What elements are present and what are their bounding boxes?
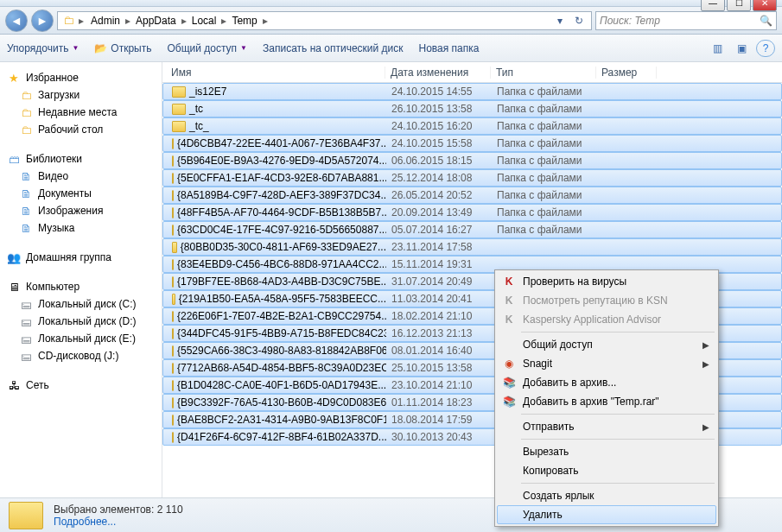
file-row[interactable]: _tc_24.10.2015 16:20Папка с файлами: [162, 117, 782, 135]
open-button[interactable]: 📂Открыть: [94, 42, 151, 54]
folder-icon: [172, 294, 175, 305]
breadcrumb-item[interactable]: Admin: [87, 14, 124, 28]
folder-icon: [172, 259, 174, 270]
sidebar-homegroup[interactable]: 👥Домашняя группа: [3, 249, 158, 266]
folder-icon: [172, 397, 174, 408]
drive-ic-icon: 🖴: [19, 314, 33, 328]
context-item[interactable]: Общий доступ▶: [497, 335, 716, 354]
refresh-icon[interactable]: ↻: [570, 12, 588, 29]
folder-icon: [172, 380, 174, 391]
column-header: Имя Дата изменения Тип Размер: [162, 62, 782, 83]
submenu-arrow-icon: ▶: [703, 422, 709, 432]
status-selection: Выбрано элементов: 2 110: [54, 504, 183, 516]
breadcrumb-item[interactable]: Local: [188, 14, 220, 28]
search-placeholder: Поиск: Temp: [600, 15, 660, 27]
address-bar[interactable]: 🗀 ▸ Admin▸AppData▸Local▸Temp▸ ▾ ↻: [57, 11, 592, 30]
sidebar-library-item[interactable]: 🗎Изображения: [3, 202, 158, 219]
rar-icon: 📚: [502, 395, 516, 408]
sidebar-computer-head[interactable]: 🖥Компьютер: [3, 278, 158, 295]
help-icon[interactable]: ?: [756, 40, 775, 57]
context-item: KKaspersky Application Advisor: [497, 310, 716, 329]
chevron-right-icon[interactable]: ▸: [261, 15, 270, 27]
share-button[interactable]: Общий доступ ▼: [167, 42, 247, 54]
sidebar-library-item[interactable]: 🗎Видео: [3, 168, 158, 185]
context-item[interactable]: Отправить▶: [497, 417, 716, 436]
chevron-right-icon[interactable]: ▸: [180, 15, 188, 27]
breadcrumb-item[interactable]: Temp: [228, 14, 260, 28]
sidebar-favorites-head[interactable]: ★Избранное: [3, 69, 158, 86]
folder-icon: [172, 415, 174, 426]
context-item[interactable]: KПроверить на вирусы: [497, 272, 716, 291]
col-type[interactable]: Тип: [491, 66, 596, 79]
breadcrumb-item[interactable]: AppData: [132, 14, 180, 28]
context-item[interactable]: 📚Добавить в архив "Temp.rar": [497, 392, 716, 411]
folder-ic-icon: 🗀: [19, 88, 33, 102]
col-date[interactable]: Дата изменения: [385, 66, 491, 79]
file-row[interactable]: {4D6CBB47-22EE-4401-A067-7E36BA4F37...24…: [162, 135, 782, 152]
context-item[interactable]: Вырезать: [497, 442, 716, 461]
folder-icon: [172, 345, 174, 357]
file-row[interactable]: {48FF4B5A-AF70-4464-9CDF-B5B138B5B7...20…: [162, 204, 782, 221]
back-button[interactable]: ◄: [5, 10, 28, 32]
nav-bar: ◄ ► 🗀 ▸ Admin▸AppData▸Local▸Temp▸ ▾ ↻ По…: [0, 7, 782, 35]
sidebar-libraries-head[interactable]: 🗃Библиотеки: [3, 150, 158, 168]
sidebar-favorite-item[interactable]: 🗀Недавние места: [3, 104, 158, 121]
folder-icon: [172, 104, 186, 115]
file-row[interactable]: _is12E724.10.2015 14:55Папка с файлами: [162, 83, 782, 100]
preview-pane-icon[interactable]: ▣: [732, 40, 751, 57]
sidebar-network[interactable]: 🖧Сеть: [3, 377, 158, 394]
sidebar-library-item[interactable]: 🗎Документы: [3, 185, 158, 202]
lib-ic-icon: 🗎: [19, 169, 33, 183]
sidebar: ★Избранное 🗀Загрузки🗀Недавние места🗀Рабо…: [0, 62, 162, 497]
sidebar-drive-item[interactable]: 🖴Локальный диск (D:): [3, 313, 158, 330]
network-icon: 🖧: [7, 378, 21, 392]
k-grey-icon: K: [502, 313, 516, 326]
chevron-right-icon[interactable]: ▸: [124, 15, 132, 27]
sidebar-library-item[interactable]: 🗎Музыка: [3, 219, 158, 237]
drive-ic-icon: 🖴: [19, 332, 33, 345]
libraries-icon: 🗃: [7, 152, 21, 166]
sidebar-drive-item[interactable]: 🖴Локальный диск (C:): [3, 295, 158, 313]
sidebar-favorite-item[interactable]: 🗀Рабочий стол: [3, 121, 158, 138]
forward-button[interactable]: ►: [31, 10, 54, 32]
context-item[interactable]: ◉Snagit▶: [497, 354, 716, 373]
file-row[interactable]: {5E0CFFA1-E1AF-4CD3-92E8-6D7ABA881...25.…: [162, 169, 782, 187]
burn-button[interactable]: Записать на оптический диск: [263, 42, 404, 54]
new-folder-button[interactable]: Новая папка: [419, 42, 480, 54]
status-details-link[interactable]: Подробнее...: [54, 516, 183, 528]
sidebar-favorite-item[interactable]: 🗀Загрузки: [3, 86, 158, 104]
context-item[interactable]: Создать ярлык: [497, 486, 716, 505]
file-row[interactable]: {8A5189B4-C9F7-428D-AEF3-389F37DC34...26…: [162, 187, 782, 204]
submenu-arrow-icon: ▶: [703, 359, 709, 369]
snagit-icon: ◉: [502, 357, 516, 370]
folder-icon: [172, 138, 174, 149]
file-row[interactable]: {80BB0D35-30C0-4811-AF69-33ED9AE27...23.…: [162, 238, 782, 256]
context-item[interactable]: Копировать: [497, 461, 716, 480]
sidebar-drive-item[interactable]: 🖴CD-дисковод (J:): [3, 347, 158, 364]
col-name[interactable]: Имя: [162, 66, 385, 79]
folder-icon: [172, 86, 186, 98]
k-grey-icon: K: [502, 294, 516, 307]
context-item[interactable]: Удалить: [497, 505, 716, 524]
dropdown-icon[interactable]: ▾: [551, 12, 569, 29]
close-button[interactable]: ✕: [753, 0, 777, 11]
organize-button[interactable]: Упорядочить ▼: [7, 42, 79, 54]
chevron-right-icon[interactable]: ▸: [219, 15, 228, 27]
folder-icon: [172, 242, 177, 253]
chevron-right-icon[interactable]: ▸: [77, 15, 86, 27]
file-row[interactable]: {63CD0C4E-17FE-4C97-9216-5D56650887...05…: [162, 221, 782, 238]
context-menu: KПроверить на вирусыKПосмотреть репутаци…: [494, 269, 719, 527]
search-input[interactable]: Поиск: Temp 🔍: [595, 11, 777, 30]
toolbar: Упорядочить ▼ 📂Открыть Общий доступ ▼ За…: [0, 35, 782, 62]
drive-ic-icon: 🖴: [19, 297, 33, 311]
col-size[interactable]: Размер: [596, 66, 657, 79]
context-item[interactable]: 📚Добавить в архив...: [497, 373, 716, 392]
file-row[interactable]: _tc26.10.2015 13:58Папка с файлами: [162, 100, 782, 117]
folder-icon: [172, 207, 174, 218]
sidebar-drive-item[interactable]: 🖴Локальный диск (E:): [3, 330, 158, 347]
minimize-button[interactable]: —: [701, 0, 725, 11]
folder-ic-icon: 🗀: [19, 105, 33, 119]
view-icon[interactable]: ▥: [708, 40, 727, 57]
file-row[interactable]: {5B964E0E-B9A3-4276-9ED9-4D5A572074...06…: [162, 152, 782, 169]
maximize-button[interactable]: ☐: [727, 0, 751, 11]
